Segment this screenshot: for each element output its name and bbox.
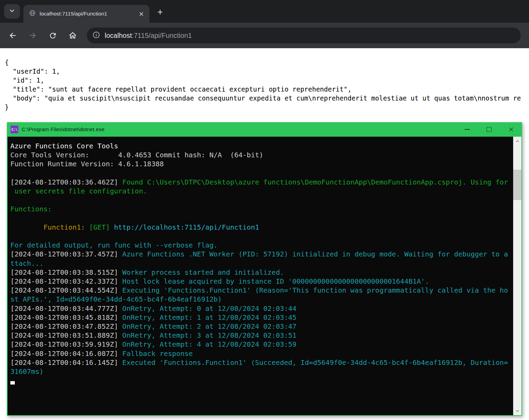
json-line: } — [5, 103, 529, 112]
url-host: localhost — [105, 32, 132, 39]
terminal-line: [2024-08-12T00:03:59.919Z] OnRetry, Atte… — [10, 340, 513, 349]
terminal-line — [10, 232, 513, 241]
scroll-up-button[interactable] — [513, 137, 521, 146]
close-icon — [508, 127, 514, 132]
terminal-scrollbar[interactable] — [513, 137, 521, 415]
terminal-line: [2024-08-12T00:03:38.515Z] Worker proces… — [10, 268, 513, 277]
browser-tab[interactable]: localhost:7115/api/Function1 — [23, 5, 149, 23]
url-path: :7115/api/Function1 — [132, 32, 192, 39]
json-line: "body": "quia et suscipit\nsuscipit recu… — [5, 94, 529, 103]
terminal-line: [2024-08-12T00:03:37.457Z] Azure Functio… — [10, 250, 513, 259]
terminal-line — [10, 196, 513, 204]
forward-button[interactable] — [25, 28, 41, 43]
terminal-window: C:\ C:\Program Files\dotnet\dotnet.exe A… — [7, 122, 522, 416]
terminal-line: 31607ms) — [10, 367, 513, 376]
terminal-line: Functions: — [10, 204, 513, 213]
scroll-up-icon — [515, 139, 520, 144]
forward-icon — [28, 31, 37, 40]
tab-close-button[interactable] — [136, 9, 146, 19]
terminal-line: ttach... — [10, 259, 513, 268]
tab-title: localhost:7115/api/Function1 — [40, 11, 136, 17]
terminal-line: [2024-08-12T00:03:45.818Z] OnRetry, Atte… — [10, 313, 513, 322]
terminal-line: Azure Functions Core Tools — [10, 141, 513, 150]
reload-button[interactable] — [45, 28, 61, 43]
scroll-down-button[interactable] — [513, 406, 521, 415]
terminal-line: user secrets file configuration. — [10, 187, 513, 196]
terminal-line: [2024-08-12T00:03:42.337Z] Host lock lea… — [10, 277, 513, 286]
terminal-line: [2024-08-12T00:03:44.554Z] Executing 'Fu… — [10, 286, 513, 295]
terminal-line: For detailed output, run func with --ver… — [10, 241, 513, 250]
url-text: localhost:7115/api/Function1 — [105, 32, 192, 40]
terminal-line: [2024-08-12T00:03:51.889Z] OnRetry, Atte… — [10, 331, 513, 340]
back-icon — [8, 31, 17, 40]
json-line: "id": 1, — [5, 76, 529, 85]
terminal-title: C:\Program Files\dotnet\dotnet.exe — [22, 126, 456, 133]
terminal-line: [2024-08-12T00:03:44.777Z] OnRetry, Atte… — [10, 304, 513, 313]
maximize-button[interactable] — [478, 122, 500, 137]
terminal-cursor — [10, 381, 15, 385]
back-button[interactable] — [5, 28, 21, 43]
terminal-line: [2024-08-12T00:04:16.087Z] Fallback resp… — [10, 349, 513, 358]
minimize-icon — [465, 129, 470, 130]
minimize-button[interactable] — [456, 122, 478, 137]
terminal-line — [10, 214, 513, 223]
address-bar[interactable]: localhost:7115/api/Function1 — [87, 28, 521, 43]
reload-icon — [49, 31, 57, 40]
chevron-down-icon — [9, 7, 15, 15]
terminal-line: Function Runtime Version: 4.6.1.18388 — [10, 159, 513, 168]
browser-tab-strip: localhost:7115/api/Function1 + — [0, 0, 529, 23]
terminal-title-bar[interactable]: C:\ C:\Program Files\dotnet\dotnet.exe — [7, 122, 522, 137]
terminal-line: Function1: [GET] http://localhost:7115/a… — [10, 223, 513, 232]
json-line: "title": "sunt aut facere repellat provi… — [5, 85, 529, 94]
terminal-line — [10, 169, 513, 178]
tab-search-button[interactable] — [4, 4, 20, 19]
scrollbar-thumb[interactable] — [513, 170, 521, 200]
browser-toolbar: localhost:7115/api/Function1 — [0, 23, 529, 48]
json-line: "userId": 1, — [5, 67, 529, 76]
home-button[interactable] — [65, 28, 81, 43]
close-button[interactable] — [500, 122, 522, 137]
globe-favicon-icon — [29, 10, 36, 18]
info-icon[interactable] — [92, 31, 100, 40]
terminal-line: st APIs.', Id=d5649f0e-34dd-4c65-bc4f-6b… — [10, 295, 513, 304]
json-response-body: { "userId": 1, "id": 1, "title": "sunt a… — [0, 48, 529, 122]
terminal-output: Azure Functions Core ToolsCore Tools Ver… — [8, 137, 513, 415]
terminal-line: [2024-08-12T00:03:36.462Z] Found C:\User… — [10, 178, 513, 187]
terminal-body: Azure Functions Core ToolsCore Tools Ver… — [7, 137, 522, 416]
terminal-line: [2024-08-12T00:03:47.852Z] OnRetry, Atte… — [10, 322, 513, 331]
terminal-line: [2024-08-12T00:04:16.145Z] Executed 'Fun… — [10, 358, 513, 367]
maximize-icon — [487, 127, 491, 132]
home-icon — [68, 31, 77, 40]
scroll-down-icon — [515, 409, 520, 413]
console-icon: C:\ — [10, 125, 19, 134]
new-tab-button[interactable]: + — [153, 5, 167, 19]
json-line: { — [5, 58, 529, 67]
terminal-line: Core Tools Version: 4.0.4653 Commit hash… — [10, 150, 513, 159]
